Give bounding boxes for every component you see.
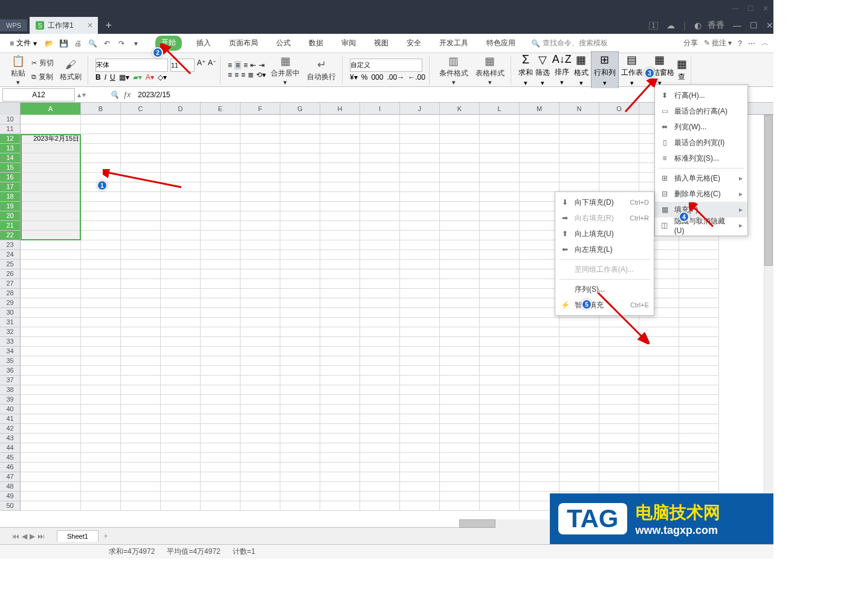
cell-B45[interactable]: [81, 453, 121, 463]
cell-M41[interactable]: [520, 414, 560, 424]
cell-J20[interactable]: [400, 211, 440, 221]
cell-I31[interactable]: [360, 318, 400, 327]
cell-J40[interactable]: [400, 405, 440, 414]
cell-N38[interactable]: [560, 385, 599, 395]
cell-H33[interactable]: [320, 337, 360, 347]
cell-Q29[interactable]: [679, 298, 719, 308]
cell-L27[interactable]: [480, 279, 520, 289]
cell-G14[interactable]: [280, 153, 320, 163]
cell-D40[interactable]: [161, 405, 201, 414]
cell-D49[interactable]: [161, 492, 201, 501]
cell-L41[interactable]: [480, 414, 520, 424]
cell-E15[interactable]: [201, 163, 240, 173]
cell-F42[interactable]: [240, 424, 280, 434]
close-tab-icon[interactable]: ✕: [87, 21, 93, 30]
cell-H21[interactable]: [320, 221, 360, 231]
cell-F46[interactable]: [240, 463, 280, 472]
cell-F37[interactable]: [240, 376, 280, 385]
cell-G49[interactable]: [280, 492, 320, 501]
menu-item[interactable]: ▯最适合的列宽(I): [655, 135, 747, 150]
menu-item[interactable]: ⊟删除单元格(C)▸: [655, 186, 747, 202]
cell-C16[interactable]: [121, 173, 161, 182]
cell-H17[interactable]: [320, 182, 360, 192]
outer-max-icon[interactable]: ☐: [747, 4, 754, 13]
col-header-E[interactable]: E: [201, 103, 240, 115]
cell-L18[interactable]: [480, 192, 520, 202]
cell-M31[interactable]: [520, 318, 560, 327]
cell-H45[interactable]: [320, 453, 360, 463]
cell-A40[interactable]: [21, 405, 81, 414]
cell-C24[interactable]: [121, 250, 161, 260]
cell-J44[interactable]: [400, 443, 440, 453]
cell-B10[interactable]: [81, 115, 121, 124]
cell-N44[interactable]: [560, 443, 599, 453]
cell-M29[interactable]: [520, 298, 560, 308]
align-left-icon[interactable]: ≡: [228, 71, 232, 79]
redo-icon[interactable]: ↷: [115, 37, 127, 50]
cell-H23[interactable]: [320, 240, 360, 250]
cell-B28[interactable]: [81, 289, 121, 298]
cell-D38[interactable]: [161, 385, 201, 395]
outer-min-icon[interactable]: —: [732, 4, 739, 13]
cell-L15[interactable]: [480, 163, 520, 173]
cell-G12[interactable]: [280, 134, 320, 144]
cell-P46[interactable]: [639, 463, 679, 472]
fill-color-icon[interactable]: ▰▾: [133, 73, 142, 82]
menu-item[interactable]: ▦填充(F)▸: [655, 202, 747, 217]
cell-I42[interactable]: [360, 424, 400, 434]
cell-F25[interactable]: [240, 260, 280, 269]
cell-O45[interactable]: [599, 453, 639, 463]
cell-D19[interactable]: [161, 202, 201, 211]
cell-I49[interactable]: [360, 492, 400, 501]
cell-H18[interactable]: [320, 192, 360, 202]
cell-Q34[interactable]: [679, 347, 719, 356]
cell-B31[interactable]: [81, 318, 121, 327]
cell-N42[interactable]: [560, 424, 599, 434]
cell-D15[interactable]: [161, 163, 201, 173]
increase-font-icon[interactable]: A⁺: [197, 59, 205, 72]
cell-G21[interactable]: [280, 221, 320, 231]
cell-B43[interactable]: [81, 434, 121, 443]
cell-F18[interactable]: [240, 192, 280, 202]
cell-H27[interactable]: [320, 279, 360, 289]
tab-data[interactable]: 数据: [305, 36, 327, 51]
cell-O11[interactable]: [599, 124, 639, 134]
cell-L16[interactable]: [480, 173, 520, 182]
cell-H12[interactable]: [320, 134, 360, 144]
cell-Q40[interactable]: [679, 405, 719, 414]
cell-L35[interactable]: [480, 356, 520, 366]
cell-D23[interactable]: [161, 240, 201, 250]
cell-I15[interactable]: [360, 163, 400, 173]
cell-H36[interactable]: [320, 366, 360, 376]
cell-E42[interactable]: [201, 424, 240, 434]
tab-special[interactable]: 特色应用: [483, 36, 519, 51]
cell-H37[interactable]: [320, 376, 360, 385]
cell-Q42[interactable]: [679, 424, 719, 434]
cell-J12[interactable]: [400, 134, 440, 144]
cell-G31[interactable]: [280, 318, 320, 327]
cell-I38[interactable]: [360, 385, 400, 395]
cell-A37[interactable]: [21, 376, 81, 385]
menu-item[interactable]: ▭最适合的行高(A): [655, 103, 747, 119]
cell-Q27[interactable]: [679, 279, 719, 289]
cell-J15[interactable]: [400, 163, 440, 173]
cell-J36[interactable]: [400, 366, 440, 376]
cell-J11[interactable]: [400, 124, 440, 134]
cell-L22[interactable]: [480, 231, 520, 240]
cell-D13[interactable]: [161, 144, 201, 153]
cell-G10[interactable]: [280, 115, 320, 124]
cell-D16[interactable]: [161, 173, 201, 182]
row-header-30[interactable]: 30: [0, 308, 21, 318]
cell-H39[interactable]: [320, 395, 360, 405]
cell-K46[interactable]: [440, 463, 480, 472]
row-header-28[interactable]: 28: [0, 289, 21, 298]
cell-J13[interactable]: [400, 144, 440, 153]
cell-J19[interactable]: [400, 202, 440, 211]
cell-A17[interactable]: [21, 182, 81, 192]
cell-H40[interactable]: [320, 405, 360, 414]
cell-Q48[interactable]: [679, 482, 719, 492]
bold-icon[interactable]: B: [95, 73, 101, 82]
cell-I48[interactable]: [360, 482, 400, 492]
cell-Q39[interactable]: [679, 395, 719, 405]
cell-A28[interactable]: [21, 289, 81, 298]
